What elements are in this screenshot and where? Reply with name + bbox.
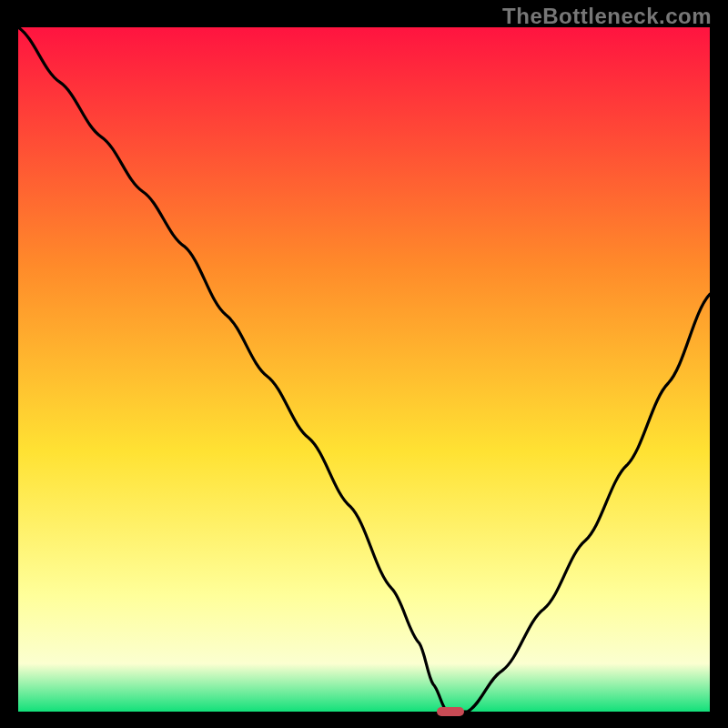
attribution-label: TheBottleneck.com [502,4,712,29]
gradient-background [18,27,710,712]
plot-area [18,27,710,712]
chart-frame: TheBottleneck.com [0,0,728,728]
optimal-marker [437,707,464,715]
bottleneck-chart [18,27,710,712]
